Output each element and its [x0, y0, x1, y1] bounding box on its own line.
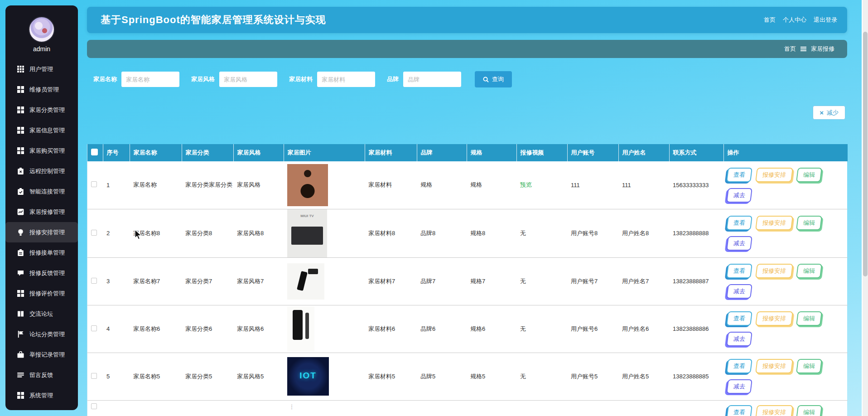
sidebar-item-14[interactable]: 举报记录管理 — [5, 344, 78, 365]
product-image-device — [287, 263, 324, 300]
view-button[interactable]: 查看 — [726, 405, 752, 416]
cell-actions: 查看 报修安排 编辑 减去 — [723, 305, 848, 353]
topnav-link-profile[interactable]: 个人中心 — [783, 16, 806, 24]
view-button[interactable]: 查看 — [726, 216, 752, 230]
column-header-2: 家居分类 — [182, 144, 233, 161]
subtract-button[interactable]: 减去 — [726, 332, 752, 346]
cell-brand — [417, 400, 467, 416]
sidebar-item-5[interactable]: 远程控制管理 — [5, 161, 78, 181]
repair-arrange-button[interactable]: 报修安排 — [755, 405, 793, 416]
repair-arrange-button[interactable]: 报修安排 — [755, 359, 793, 373]
row-checkbox[interactable] — [91, 230, 97, 236]
search-filters: 家居名称家居风格家居材料品牌查询 — [93, 71, 512, 87]
sidebar-item-label: 维修员管理 — [29, 86, 59, 94]
scrollbar-thumb[interactable] — [863, 32, 868, 276]
sidebar-item-label: 家居报修管理 — [29, 208, 65, 216]
cell-style: 家居风格8 — [233, 209, 284, 257]
sidebar-item-6[interactable]: 智能连接管理 — [5, 181, 78, 202]
cell-material: 家居材料6 — [365, 305, 417, 353]
sidebar-item-11[interactable]: 报修评价管理 — [5, 283, 78, 304]
view-button[interactable]: 查看 — [726, 168, 752, 182]
sidebar-item-label: 报修接单管理 — [29, 249, 65, 257]
breadcrumb-home[interactable]: 首页 — [784, 45, 796, 53]
sidebar-item-16[interactable]: 系统管理 — [5, 385, 78, 406]
cell-material — [365, 400, 417, 416]
filter-input-1[interactable] — [219, 72, 277, 87]
repair-arrange-button[interactable]: 报修安排 — [755, 216, 793, 230]
row-checkbox[interactable] — [91, 278, 97, 284]
cell-spec: 规格7 — [467, 257, 516, 305]
sidebar-item-label: 报修安排管理 — [29, 228, 65, 237]
sidebar-item-12[interactable]: 交流论坛 — [5, 304, 78, 324]
filter-label-0: 家居名称 — [93, 75, 117, 83]
subtract-button[interactable]: 减去 — [726, 236, 752, 251]
subtract-button[interactable]: 减去 — [726, 284, 752, 299]
cell-video: 无 — [516, 353, 567, 400]
data-table: 序号家居名称家居分类家居风格家居图片家居材料品牌规格报修视频用户账号用户姓名联系… — [87, 144, 848, 416]
repair-arrange-button[interactable]: 报修安排 — [755, 311, 793, 326]
row-checkbox[interactable] — [91, 181, 97, 187]
cell-video — [516, 400, 567, 416]
cell-style: 家居风格6 — [233, 305, 284, 353]
topnav-link-logout[interactable]: 退出登录 — [814, 16, 837, 24]
cell-seq: 1 — [103, 161, 130, 209]
cell-actions: 查看 报修安排 编辑 减去 — [723, 400, 848, 416]
sidebar-item-0[interactable]: 用户管理 — [5, 59, 78, 79]
cell-brand: 品牌5 — [417, 353, 467, 400]
sidebar-item-9[interactable]: 报修接单管理 — [5, 242, 78, 263]
search-button[interactable]: 查询 — [475, 71, 512, 87]
view-button[interactable]: 查看 — [726, 311, 752, 326]
edit-button[interactable]: 编辑 — [796, 359, 822, 373]
cell-image: MIUI TV — [284, 209, 365, 257]
cell-category: 家居分类家居分类 — [182, 161, 233, 209]
filter-input-3[interactable] — [403, 72, 461, 87]
row-checkbox[interactable] — [91, 325, 97, 331]
repair-arrange-button[interactable]: 报修安排 — [755, 168, 793, 182]
row-checkbox[interactable] — [91, 373, 97, 379]
edit-button[interactable]: 编辑 — [796, 405, 822, 416]
cell-username — [618, 400, 669, 416]
cell-name: 家居名称6 — [130, 305, 182, 353]
cell-category — [182, 400, 233, 416]
cell-spec — [467, 400, 516, 416]
cell-phone: 15633333333 — [669, 161, 723, 209]
sidebar-item-2[interactable]: 家居分类管理 — [5, 100, 78, 120]
subtract-button[interactable]: 减去 — [726, 379, 752, 394]
sidebar-item-7[interactable]: 家居报修管理 — [5, 202, 78, 222]
page-title: 基于SpringBoot的智能家居管理系统设计与实现 — [101, 13, 764, 27]
view-button[interactable]: 查看 — [726, 359, 752, 373]
sidebar-item-1[interactable]: 维修员管理 — [5, 79, 78, 100]
cell-material: 家居材料8 — [365, 209, 417, 257]
cell-image — [284, 257, 365, 305]
column-header-12: 操作 — [723, 144, 848, 161]
edit-button[interactable]: 编辑 — [796, 264, 822, 278]
cell-style — [233, 400, 284, 416]
edit-button[interactable]: 编辑 — [796, 311, 822, 326]
product-image-lock — [287, 306, 314, 352]
row-checkbox[interactable] — [91, 403, 97, 409]
sidebar-item-8[interactable]: 报修安排管理 — [5, 222, 78, 242]
filter-input-0[interactable] — [121, 72, 179, 87]
select-all-checkbox[interactable] — [91, 149, 98, 155]
sidebar-item-3[interactable]: 家居信息管理 — [5, 120, 78, 140]
cell-style: 家居风格 — [233, 161, 284, 209]
cell-seq: 4 — [103, 305, 130, 353]
chat-icon — [17, 270, 24, 276]
edit-button[interactable]: 编辑 — [796, 216, 822, 230]
sidebar-item-10[interactable]: 报修反馈管理 — [5, 263, 78, 283]
cell-actions: 查看 报修安排 编辑 减去 — [723, 161, 848, 209]
subtract-button[interactable]: 减去 — [726, 188, 752, 203]
product-image-tv: MIUI TV — [287, 209, 327, 257]
topnav-link-home[interactable]: 首页 — [764, 16, 776, 24]
filter-input-2[interactable] — [317, 72, 375, 87]
repair-arrange-button[interactable]: 报修安排 — [755, 264, 793, 278]
view-button[interactable]: 查看 — [726, 264, 752, 278]
sidebar-item-4[interactable]: 家居购买管理 — [5, 140, 78, 161]
cell-username: 111 — [618, 161, 669, 209]
reduce-button[interactable]: × 减少 — [813, 106, 845, 120]
edit-button[interactable]: 编辑 — [796, 168, 822, 182]
sidebar-item-15[interactable]: 留言反馈 — [5, 365, 78, 385]
video-preview-link[interactable]: 预览 — [520, 181, 532, 188]
sidebar-item-13[interactable]: 论坛分类管理 — [5, 324, 78, 344]
cell-style: 家居风格5 — [233, 353, 284, 400]
